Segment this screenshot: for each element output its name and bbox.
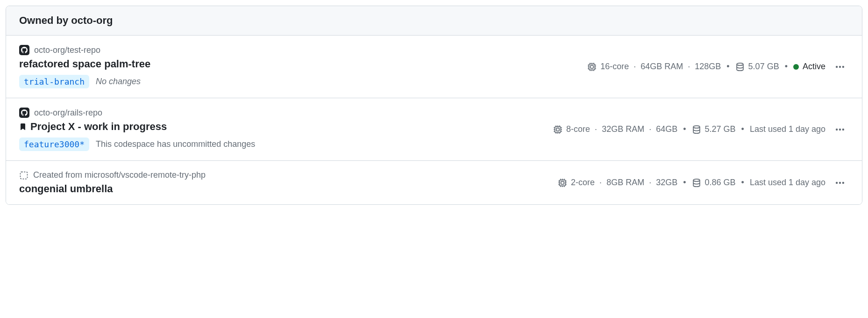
status-label: Active bbox=[803, 62, 825, 72]
separator: • bbox=[785, 62, 788, 72]
database-icon bbox=[735, 62, 745, 72]
cpu-label: 8-core bbox=[566, 124, 590, 134]
database-icon bbox=[692, 178, 701, 188]
repo-link[interactable]: octo-org/test-repo bbox=[34, 45, 100, 55]
repo-line: octo-org/rails-repo bbox=[19, 108, 544, 118]
storage-used-label: 5.07 GB bbox=[748, 62, 779, 72]
ram-label: 64GB RAM bbox=[640, 62, 683, 72]
ram-label: 8GB RAM bbox=[606, 178, 644, 188]
svg-point-32 bbox=[693, 125, 700, 128]
branch-chip[interactable]: trial-branch bbox=[19, 75, 89, 88]
cpu-icon bbox=[553, 125, 562, 134]
repo-link[interactable]: octo-org/rails-repo bbox=[34, 108, 102, 118]
svg-point-14 bbox=[737, 63, 743, 65]
bookmark-icon bbox=[19, 123, 27, 130]
template-origin-line: Created from microsoft/vscode-remote-try… bbox=[19, 170, 548, 180]
storage-spec: 5.27 GB bbox=[692, 124, 736, 134]
codespace-info: Created from microsoft/vscode-remote-try… bbox=[19, 170, 548, 195]
template-repo-icon bbox=[19, 171, 28, 180]
svg-point-54 bbox=[842, 181, 844, 183]
separator: • bbox=[726, 62, 729, 72]
panel-header: Owned by octo-org bbox=[6, 6, 862, 36]
machine-spec: 16-core · 64GB RAM · 128GB bbox=[587, 62, 721, 72]
codespace-name-text: refactored space palm-tree bbox=[19, 58, 150, 70]
branch-line: trial-branch No changes bbox=[19, 75, 578, 88]
separator: · bbox=[594, 124, 598, 134]
storage-spec: 5.07 GB bbox=[735, 62, 779, 72]
branch-chip[interactable]: feature3000* bbox=[19, 137, 89, 151]
cpu-label: 16-core bbox=[600, 62, 629, 72]
cpu-label: 2-core bbox=[571, 178, 595, 188]
separator: • bbox=[683, 178, 686, 188]
separator: • bbox=[741, 178, 744, 188]
codespaces-panel: Owned by octo-org octo-org/test-repo ref… bbox=[6, 6, 862, 205]
status-dot-icon bbox=[793, 64, 799, 70]
svg-rect-37 bbox=[560, 180, 566, 186]
status-indicator: Last used 1 day ago bbox=[750, 124, 825, 134]
status-label: Last used 1 day ago bbox=[750, 124, 825, 134]
svg-point-33 bbox=[836, 128, 838, 130]
svg-rect-19 bbox=[556, 128, 559, 130]
separator: · bbox=[687, 62, 691, 72]
ram-label: 32GB RAM bbox=[602, 124, 644, 134]
codespace-name-text: Project X - work in progress bbox=[30, 121, 167, 133]
separator: · bbox=[633, 62, 637, 72]
org-avatar-icon bbox=[19, 108, 29, 118]
disk-label: 32GB bbox=[656, 178, 677, 188]
svg-rect-1 bbox=[591, 65, 593, 68]
codespace-name-link[interactable]: congenial umbrella bbox=[19, 183, 548, 195]
actions-menu-button[interactable] bbox=[831, 175, 849, 191]
disk-label: 128GB bbox=[695, 62, 721, 72]
separator: · bbox=[648, 178, 652, 188]
branch-line: feature3000* This codespace has uncommit… bbox=[19, 137, 544, 151]
storage-spec: 0.86 GB bbox=[692, 178, 736, 188]
svg-point-16 bbox=[839, 65, 841, 67]
template-origin-text: Created from microsoft/vscode-remote-try… bbox=[33, 170, 206, 180]
svg-point-34 bbox=[839, 128, 841, 130]
changes-text: This codespace has uncommitted changes bbox=[96, 139, 255, 149]
changes-text: No changes bbox=[96, 77, 141, 87]
actions-menu-button[interactable] bbox=[831, 59, 849, 75]
status-label: Last used 1 day ago bbox=[750, 178, 825, 188]
separator: · bbox=[598, 178, 603, 188]
codespace-name-link[interactable]: refactored space palm-tree bbox=[19, 58, 578, 70]
separator: • bbox=[683, 124, 686, 134]
svg-point-35 bbox=[842, 128, 844, 130]
cpu-icon bbox=[558, 178, 567, 188]
svg-rect-38 bbox=[561, 181, 564, 184]
status-indicator: Active bbox=[793, 62, 825, 72]
svg-point-15 bbox=[836, 65, 838, 67]
repo-line: octo-org/test-repo bbox=[19, 45, 578, 55]
svg-rect-0 bbox=[589, 64, 595, 70]
machine-spec: 8-core · 32GB RAM · 64GB bbox=[553, 124, 677, 134]
svg-point-52 bbox=[836, 181, 838, 183]
codespace-name-link[interactable]: Project X - work in progress bbox=[19, 121, 544, 133]
codespace-meta: 2-core · 8GB RAM · 32GB • 0.86 GB • Last… bbox=[558, 175, 849, 191]
codespace-row: Created from microsoft/vscode-remote-try… bbox=[6, 161, 862, 204]
svg-point-17 bbox=[842, 65, 844, 67]
separator: · bbox=[648, 124, 652, 134]
codespace-info: octo-org/test-repo refactored space palm… bbox=[19, 45, 578, 88]
panel-title: Owned by octo-org bbox=[19, 14, 113, 26]
storage-used-label: 5.27 GB bbox=[705, 124, 736, 134]
machine-spec: 2-core · 8GB RAM · 32GB bbox=[558, 178, 677, 188]
svg-point-53 bbox=[839, 181, 841, 183]
svg-rect-36 bbox=[21, 172, 28, 179]
database-icon bbox=[692, 125, 701, 134]
codespace-row: octo-org/rails-repo Project X - work in … bbox=[6, 98, 862, 161]
codespace-meta: 16-core · 64GB RAM · 128GB • 5.07 GB • A… bbox=[587, 59, 849, 75]
codespace-name-text: congenial umbrella bbox=[19, 183, 113, 195]
svg-point-51 bbox=[693, 179, 700, 181]
codespace-row: octo-org/test-repo refactored space palm… bbox=[6, 36, 862, 98]
codespace-info: octo-org/rails-repo Project X - work in … bbox=[19, 108, 544, 151]
svg-rect-18 bbox=[555, 126, 561, 132]
org-avatar-icon bbox=[19, 45, 29, 55]
separator: • bbox=[741, 124, 744, 134]
disk-label: 64GB bbox=[656, 124, 677, 134]
status-indicator: Last used 1 day ago bbox=[750, 178, 825, 188]
actions-menu-button[interactable] bbox=[831, 122, 849, 137]
cpu-icon bbox=[587, 62, 597, 72]
storage-used-label: 0.86 GB bbox=[705, 178, 736, 188]
codespace-meta: 8-core · 32GB RAM · 64GB • 5.27 GB • Las… bbox=[553, 122, 849, 137]
